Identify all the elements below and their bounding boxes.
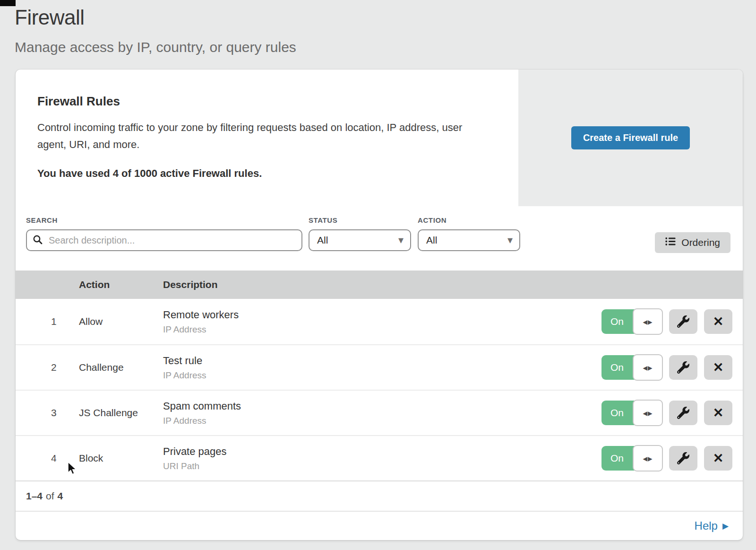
toggle-knob[interactable]: ◂▸ xyxy=(633,308,663,335)
rule-priority: 3 xyxy=(51,407,79,419)
chevron-down-icon: ▾ xyxy=(398,235,404,245)
rule-description: Test rule xyxy=(163,355,601,367)
card-description: Control incoming traffic to your zone by… xyxy=(37,119,484,153)
rule-action: Challenge xyxy=(79,362,163,373)
wrench-icon xyxy=(677,361,689,374)
edit-rule-button[interactable] xyxy=(669,446,697,471)
close-icon: ✕ xyxy=(713,315,724,328)
help-row: Help ▶ xyxy=(16,512,743,540)
search-input[interactable] xyxy=(26,229,302,251)
status-filter-group: STATUS All ▾ xyxy=(309,216,411,251)
edit-rule-button[interactable] xyxy=(669,309,697,334)
rule-match-field: URI Path xyxy=(163,461,601,471)
page-header: Firewall Manage access by IP, country, o… xyxy=(0,0,756,55)
action-select-value: All xyxy=(426,235,437,246)
table-header: Action Description xyxy=(16,271,743,299)
card-header-text: Firewall Rules Control incoming traffic … xyxy=(16,70,518,206)
delete-rule-button[interactable]: ✕ xyxy=(704,446,732,471)
toggle-arrows-icon: ◂▸ xyxy=(643,408,653,419)
rule-controls: On ◂▸ ✕ xyxy=(601,401,732,425)
pagination-total: 4 xyxy=(58,490,63,502)
rule-controls: On ◂▸ ✕ xyxy=(601,355,732,380)
pagination-range: 1–4 xyxy=(26,490,43,502)
help-arrow-icon: ▶ xyxy=(722,521,729,531)
rule-enabled-toggle[interactable]: On ◂▸ xyxy=(601,401,662,425)
rule-description-cell: Private pages URI Path xyxy=(163,445,601,471)
rule-enabled-toggle[interactable]: On ◂▸ xyxy=(601,355,662,380)
delete-rule-button[interactable]: ✕ xyxy=(704,401,732,425)
create-firewall-rule-button[interactable]: Create a Firewall rule xyxy=(571,126,690,149)
wrench-icon xyxy=(677,452,689,464)
table-row: 1 Allow Remote workers IP Address On ◂▸ xyxy=(16,299,743,344)
status-select-value: All xyxy=(317,235,328,246)
rule-controls: On ◂▸ ✕ xyxy=(601,446,732,471)
rule-priority: 2 xyxy=(51,362,79,373)
close-icon: ✕ xyxy=(713,361,724,374)
toggle-arrows-icon: ◂▸ xyxy=(643,316,653,327)
status-select[interactable]: All ▾ xyxy=(309,229,411,251)
toggle-arrows-icon: ◂▸ xyxy=(643,453,653,464)
rule-action: JS Challenge xyxy=(79,407,163,419)
table-row: 2 Challenge Test rule IP Address On ◂▸ xyxy=(16,344,743,390)
ordered-list-icon xyxy=(665,237,676,248)
rule-priority: 4 xyxy=(51,453,79,464)
wrench-icon xyxy=(677,407,689,419)
pagination: 1–4 of 4 xyxy=(16,481,743,512)
action-select[interactable]: All ▾ xyxy=(418,229,520,251)
rule-enabled-toggle[interactable]: On ◂▸ xyxy=(601,446,662,471)
rule-description-cell: Spam comments IP Address xyxy=(163,400,601,426)
table-row: 3 JS Challenge Spam comments IP Address … xyxy=(16,390,743,435)
action-filter-group: ACTION All ▾ xyxy=(418,216,520,251)
card-aside: Create a Firewall rule xyxy=(518,70,743,206)
screen-corner-artifact xyxy=(0,0,16,6)
toggle-knob[interactable]: ◂▸ xyxy=(633,354,663,381)
rule-match-field: IP Address xyxy=(163,416,601,426)
search-icon xyxy=(33,235,43,247)
toggle-knob[interactable]: ◂▸ xyxy=(633,445,663,471)
close-icon: ✕ xyxy=(713,452,724,465)
rule-description-cell: Remote workers IP Address xyxy=(163,309,601,335)
rule-enabled-toggle[interactable]: On ◂▸ xyxy=(601,309,662,334)
wrench-icon xyxy=(677,315,689,328)
page-subtitle: Manage access by IP, country, or query r… xyxy=(15,39,756,55)
toggle-state-label: On xyxy=(601,453,633,464)
delete-rule-button[interactable]: ✕ xyxy=(704,355,732,380)
rule-description-cell: Test rule IP Address xyxy=(163,355,601,381)
search-filter-group: SEARCH xyxy=(26,216,302,251)
rule-description: Spam comments xyxy=(163,400,601,412)
action-column-header: Action xyxy=(79,279,163,290)
search-label: SEARCH xyxy=(26,216,302,224)
help-link[interactable]: Help ▶ xyxy=(695,519,729,533)
close-icon: ✕ xyxy=(713,407,724,419)
rule-description: Remote workers xyxy=(163,309,601,321)
toggle-knob[interactable]: ◂▸ xyxy=(633,400,663,426)
rule-match-field: IP Address xyxy=(163,324,601,335)
pagination-separator: of xyxy=(46,490,54,502)
table-row: 4 Block Private pages URI Path On ◂▸ xyxy=(16,435,743,480)
rule-match-field: IP Address xyxy=(163,370,601,381)
filters-bar: SEARCH STATUS All ▾ ACTION All ▾ xyxy=(16,206,743,271)
rule-description: Private pages xyxy=(163,445,601,458)
page-title: Firewall xyxy=(15,6,756,29)
action-label: ACTION xyxy=(418,216,520,224)
help-link-label: Help xyxy=(695,519,718,533)
firewall-rules-card: Firewall Rules Control incoming traffic … xyxy=(16,70,743,540)
status-label: STATUS xyxy=(309,216,411,224)
ordering-button-label: Ordering xyxy=(681,237,720,248)
edit-rule-button[interactable] xyxy=(669,401,697,425)
rule-action: Block xyxy=(79,453,163,464)
search-box xyxy=(26,229,302,251)
ordering-button[interactable]: Ordering xyxy=(655,232,730,253)
rules-usage-note: You have used 4 of 1000 active Firewall … xyxy=(37,167,499,180)
toggle-state-label: On xyxy=(601,362,633,373)
toggle-arrows-icon: ◂▸ xyxy=(643,362,653,373)
rule-action: Allow xyxy=(79,316,163,327)
toggle-state-label: On xyxy=(601,407,633,419)
description-column-header: Description xyxy=(163,279,743,290)
card-header: Firewall Rules Control incoming traffic … xyxy=(16,70,743,206)
edit-rule-button[interactable] xyxy=(669,355,697,380)
toggle-state-label: On xyxy=(601,316,633,327)
rule-controls: On ◂▸ ✕ xyxy=(601,309,732,334)
card-heading: Firewall Rules xyxy=(37,94,499,109)
delete-rule-button[interactable]: ✕ xyxy=(704,309,732,334)
